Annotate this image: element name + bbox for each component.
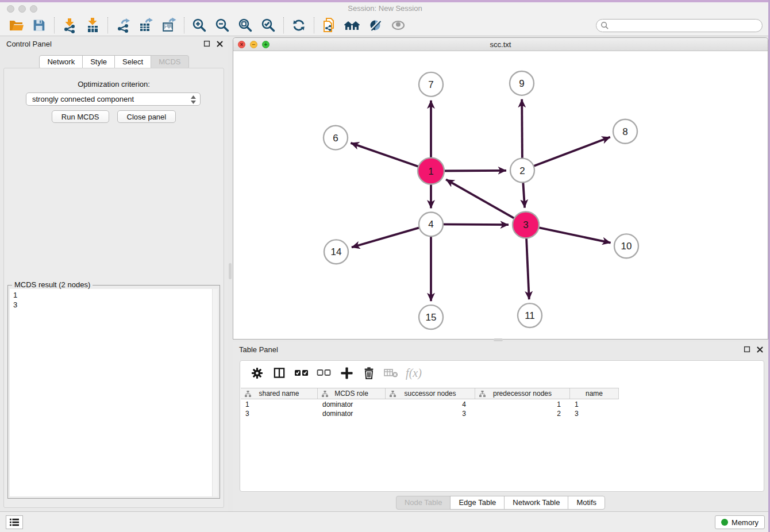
graph-node-2[interactable]: 2 [510, 159, 534, 183]
open-folder-icon[interactable] [5, 16, 28, 35]
first-neighbors-icon[interactable] [341, 16, 364, 35]
zoom-in-icon[interactable] [188, 16, 211, 35]
cell-name[interactable]: 1 [570, 400, 619, 409]
tab-select[interactable]: Select [114, 55, 151, 69]
graph-node-14[interactable]: 14 [324, 240, 348, 264]
svg-text:8: 8 [622, 126, 627, 137]
graph-node-11[interactable]: 11 [518, 303, 542, 327]
svg-text:10: 10 [621, 241, 632, 252]
cell-mcds-role[interactable]: dominator [318, 400, 386, 409]
close-panel-icon[interactable] [756, 346, 764, 353]
column-header-mcds-role[interactable]: MCDS role [318, 388, 386, 399]
graph-node-10[interactable]: 10 [614, 234, 638, 258]
svg-text:6: 6 [333, 133, 338, 144]
run-mcds-button[interactable]: Run MCDS [52, 110, 109, 123]
search-input[interactable] [612, 21, 762, 31]
graph-node-15[interactable]: 15 [419, 305, 443, 329]
export-image-icon[interactable] [157, 16, 180, 35]
table-row[interactable]: 3dominator323 [241, 409, 763, 418]
svg-text:2: 2 [519, 165, 525, 176]
zoom-selected-icon[interactable] [257, 16, 280, 35]
search-box[interactable] [596, 19, 763, 32]
mcds-result-title: MCDS result (2 nodes) [12, 280, 93, 289]
result-scrollbar[interactable] [212, 289, 218, 496]
column-header-name[interactable]: name [570, 388, 619, 399]
column-header-predecessor-nodes[interactable]: predecessor nodes [475, 388, 570, 399]
import-network-icon[interactable] [58, 16, 81, 35]
svg-text:11: 11 [525, 310, 535, 321]
graph-node-7[interactable]: 7 [419, 72, 443, 97]
graph-node-6[interactable]: 6 [324, 126, 348, 150]
memory-button[interactable]: Memory [715, 515, 765, 529]
svg-text:9: 9 [519, 78, 524, 89]
graph-node-4[interactable]: 4 [419, 212, 443, 236]
search-icon [600, 21, 609, 30]
graph-node-9[interactable]: 9 [510, 71, 534, 95]
zoom-out-icon[interactable] [211, 16, 234, 35]
column-header-successor-nodes[interactable]: successor nodes [386, 388, 475, 399]
mcds-result-text: 1 3 [10, 289, 212, 496]
settings-gear-icon[interactable] [248, 365, 265, 381]
zoom-fit-icon[interactable] [234, 16, 257, 35]
close-panel-icon[interactable] [216, 40, 224, 48]
network-canvas[interactable]: 7968124314101511 [233, 51, 768, 339]
network-window-titlebar[interactable]: × − + scc.txt [233, 38, 768, 51]
table-tabs: Node TableEdge TableNetwork TableMotifs [233, 496, 768, 510]
toolbar-separator [107, 17, 108, 33]
float-panel-icon[interactable] [203, 40, 211, 48]
cell-mcds-role[interactable]: dominator [318, 409, 386, 418]
export-table-icon[interactable] [134, 16, 157, 35]
svg-text:3: 3 [523, 219, 528, 230]
export-network-icon[interactable] [111, 16, 134, 35]
tab-node-table[interactable]: Node Table [396, 496, 451, 510]
show-all-eye-icon[interactable] [387, 16, 410, 35]
show-column-icon[interactable] [271, 365, 288, 381]
network-window: × − + scc.txt 7968124314101511 [233, 37, 768, 340]
function-builder-icon[interactable]: f(x) [405, 365, 422, 381]
task-history-button[interactable] [6, 515, 23, 529]
close-panel-button[interactable]: Close panel [117, 110, 176, 123]
cell-successor-nodes[interactable]: 4 [386, 400, 475, 409]
svg-text:1: 1 [428, 166, 433, 177]
import-table-icon[interactable] [81, 16, 104, 35]
column-header-shared-name[interactable]: shared name [241, 388, 318, 399]
delete-row-trash-icon[interactable] [360, 365, 378, 381]
hide-selected-eye-icon[interactable] [364, 16, 387, 35]
deselect-all-rows-icon[interactable] [315, 365, 333, 381]
table-row[interactable]: 1dominator411 [241, 400, 763, 409]
save-session-icon[interactable] [28, 16, 51, 35]
cell-shared-name[interactable]: 3 [241, 409, 318, 418]
criterion-dropdown[interactable]: strongly connected component [26, 92, 201, 106]
tab-motifs[interactable]: Motifs [568, 496, 605, 510]
delete-table-icon[interactable] [383, 365, 400, 381]
tab-network-table[interactable]: Network Table [504, 496, 568, 510]
horizontal-splitter-handle[interactable] [494, 338, 503, 341]
cell-predecessor-nodes[interactable]: 1 [475, 400, 570, 409]
vertical-splitter-handle[interactable] [229, 263, 232, 279]
add-row-icon[interactable] [338, 365, 355, 381]
control-panel: Control Panel NetworkStyleSelectMCDS Opt… [0, 36, 228, 511]
cell-shared-name[interactable]: 1 [241, 400, 318, 409]
float-panel-icon[interactable] [743, 345, 751, 353]
duplicate-network-icon[interactable] [318, 16, 341, 35]
control-panel-tabs: NetworkStyleSelectMCDS [0, 55, 228, 69]
graph-node-3[interactable]: 3 [513, 211, 539, 238]
svg-text:14: 14 [331, 246, 342, 257]
refresh-view-icon[interactable] [287, 16, 310, 35]
cell-name[interactable]: 3 [570, 409, 619, 418]
cell-predecessor-nodes[interactable]: 2 [475, 409, 570, 418]
control-panel-title: Control Panel [6, 40, 52, 48]
graph-edge-2-8[interactable] [522, 137, 610, 171]
window-title: Session: New Session [0, 4, 770, 13]
cell-successor-nodes[interactable]: 3 [386, 409, 475, 418]
select-all-rows-icon[interactable] [293, 365, 310, 381]
mcds-result-area[interactable]: 1 3 [10, 289, 218, 496]
tab-edge-table[interactable]: Edge Table [450, 496, 505, 510]
tab-style[interactable]: Style [82, 55, 115, 69]
graph-node-8[interactable]: 8 [613, 119, 637, 144]
memory-status-dot [721, 519, 728, 526]
mcds-panel: Optimization criterion: strongly connect… [3, 68, 224, 508]
tab-network[interactable]: Network [39, 55, 83, 69]
tab-mcds[interactable]: MCDS [151, 55, 188, 69]
graph-node-1[interactable]: 1 [418, 158, 444, 184]
